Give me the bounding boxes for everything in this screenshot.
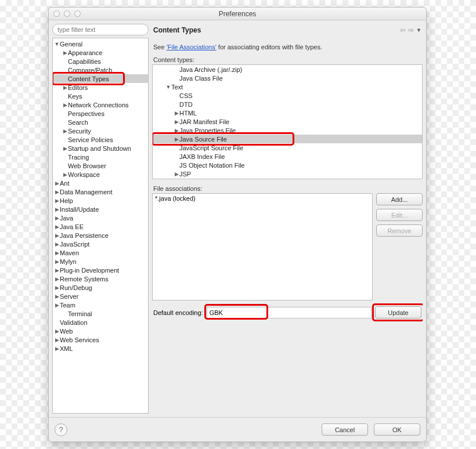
tree-item[interactable]: Help: [53, 196, 148, 205]
tree-item[interactable]: Java Source File: [153, 135, 422, 143]
file-association-item[interactable]: *.java (locked): [155, 195, 370, 202]
disclosure-arrow-icon[interactable]: [54, 233, 60, 238]
disclosure-arrow-icon[interactable]: [54, 328, 60, 334]
tree-item[interactable]: Appearance: [53, 48, 148, 57]
disclosure-arrow-icon[interactable]: [62, 85, 68, 90]
disclosure-arrow-icon[interactable]: [62, 146, 68, 151]
tree-item[interactable]: JavaScript: [53, 240, 148, 248]
back-icon[interactable]: ⇦: [400, 26, 406, 34]
tree-item[interactable]: Text: [153, 82, 422, 91]
tree-item[interactable]: General: [53, 39, 148, 48]
tree-item[interactable]: Web Services: [53, 335, 148, 344]
disclosure-arrow-icon[interactable]: [174, 110, 179, 116]
tree-item[interactable]: Network Connections: [53, 100, 148, 109]
disclosure-arrow-icon[interactable]: [165, 84, 171, 90]
tree-item[interactable]: JS Object Notation File: [153, 161, 422, 169]
disclosure-arrow-icon[interactable]: [54, 241, 60, 247]
tree-item-label: CSS: [179, 92, 193, 99]
disclosure-arrow-icon[interactable]: [62, 102, 68, 108]
disclosure-arrow-icon[interactable]: [174, 128, 179, 133]
tree-item[interactable]: Refactoring History File: [153, 178, 422, 179]
tree-item[interactable]: Install/Update: [53, 205, 148, 213]
disclosure-arrow-icon[interactable]: [62, 172, 68, 178]
tree-item[interactable]: Web: [53, 327, 148, 335]
tree-item[interactable]: XML: [53, 344, 148, 353]
content-types-tree[interactable]: Java Archive (.jar/.zip)Java Class FileT…: [152, 64, 423, 179]
tree-item[interactable]: Capabilities: [53, 57, 148, 66]
tree-item[interactable]: Security: [53, 126, 148, 135]
tree-item[interactable]: Maven: [53, 248, 148, 257]
disclosure-arrow-icon[interactable]: [54, 215, 60, 221]
tree-item[interactable]: CSS: [153, 91, 422, 100]
tree-item[interactable]: Mylyn: [53, 257, 148, 266]
tree-item[interactable]: Startup and Shutdown: [53, 144, 148, 153]
tree-item[interactable]: Compare/Patch: [53, 66, 148, 74]
tree-item[interactable]: Web Browser: [53, 161, 148, 170]
file-associations-link[interactable]: 'File Associations': [167, 44, 217, 50]
tree-item[interactable]: Java EE: [53, 222, 148, 231]
tree-item[interactable]: Ant: [53, 179, 148, 187]
filter-input[interactable]: [52, 24, 149, 35]
tree-item[interactable]: Workspace: [53, 170, 148, 179]
tree-item[interactable]: Team: [53, 300, 148, 309]
disclosure-arrow-icon[interactable]: [54, 346, 60, 352]
preferences-tree[interactable]: GeneralAppearanceCapabilitiesCompare/Pat…: [52, 38, 149, 414]
tree-item[interactable]: Content Types: [53, 74, 148, 83]
disclosure-arrow-icon[interactable]: [62, 50, 68, 56]
tree-item-label: Startup and Shutdown: [68, 145, 131, 152]
remove-button[interactable]: Remove: [376, 224, 423, 237]
forward-icon[interactable]: ⇨: [408, 26, 414, 34]
help-icon[interactable]: ?: [55, 423, 67, 436]
ok-button[interactable]: OK: [374, 423, 420, 436]
tree-item[interactable]: Search: [53, 118, 148, 126]
add-button[interactable]: Add...: [376, 193, 423, 205]
disclosure-arrow-icon[interactable]: [54, 250, 60, 256]
tree-item[interactable]: Data Management: [53, 187, 148, 196]
tree-item[interactable]: Server: [53, 292, 148, 300]
tree-item[interactable]: JavaScript Source File: [153, 143, 422, 152]
tree-item[interactable]: Validation: [53, 318, 148, 327]
disclosure-arrow-icon[interactable]: [54, 224, 60, 230]
disclosure-arrow-icon[interactable]: [54, 259, 60, 265]
disclosure-arrow-icon[interactable]: [54, 267, 60, 273]
encoding-input[interactable]: [207, 307, 372, 318]
disclosure-arrow-icon[interactable]: [54, 294, 60, 299]
menu-icon[interactable]: ▼: [416, 27, 421, 33]
tree-item[interactable]: Java Properties File: [153, 126, 422, 135]
tree-item[interactable]: JSP: [153, 169, 422, 178]
tree-item[interactable]: JAXB Index File: [153, 152, 422, 161]
tree-item[interactable]: Terminal: [53, 309, 148, 318]
disclosure-arrow-icon[interactable]: [54, 302, 60, 308]
tree-item[interactable]: Tracing: [53, 153, 148, 161]
disclosure-arrow-icon[interactable]: [54, 189, 60, 195]
tree-item[interactable]: Java Class File: [153, 74, 422, 82]
tree-item[interactable]: Service Policies: [53, 135, 148, 144]
disclosure-arrow-icon[interactable]: [62, 128, 68, 134]
tree-item[interactable]: Run/Debug: [53, 283, 148, 292]
tree-item[interactable]: Perspectives: [53, 109, 148, 118]
disclosure-arrow-icon[interactable]: [174, 119, 179, 125]
tree-item[interactable]: JAR Manifest File: [153, 117, 422, 126]
tree-item[interactable]: Remote Systems: [53, 274, 148, 283]
edit-button[interactable]: Edit...: [376, 209, 423, 221]
tree-item[interactable]: Java: [53, 213, 148, 222]
tree-item[interactable]: Java Persistence: [53, 231, 148, 240]
tree-item[interactable]: Editors: [53, 83, 148, 92]
disclosure-arrow-icon[interactable]: [174, 171, 179, 177]
disclosure-arrow-icon[interactable]: [54, 207, 60, 212]
disclosure-arrow-icon[interactable]: [54, 198, 60, 204]
disclosure-arrow-icon[interactable]: [174, 136, 179, 142]
tree-item[interactable]: HTML: [153, 108, 422, 117]
update-button[interactable]: Update: [375, 306, 421, 318]
tree-item[interactable]: DTD: [153, 100, 422, 108]
disclosure-arrow-icon[interactable]: [54, 41, 60, 47]
disclosure-arrow-icon[interactable]: [54, 276, 60, 282]
file-associations-list[interactable]: *.java (locked): [152, 193, 373, 300]
tree-item[interactable]: Keys: [53, 92, 148, 100]
cancel-button[interactable]: Cancel: [322, 423, 368, 436]
tree-item[interactable]: Plug-in Development: [53, 266, 148, 274]
disclosure-arrow-icon[interactable]: [54, 337, 60, 343]
tree-item[interactable]: Java Archive (.jar/.zip): [153, 65, 422, 74]
disclosure-arrow-icon[interactable]: [54, 180, 60, 186]
disclosure-arrow-icon[interactable]: [54, 285, 60, 291]
